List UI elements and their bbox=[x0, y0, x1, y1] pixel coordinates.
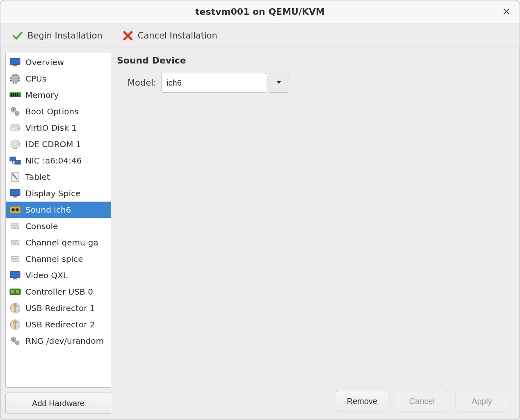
svg-point-64 bbox=[16, 342, 18, 343]
svg-rect-52 bbox=[10, 271, 20, 278]
cancel-button[interactable]: Cancel bbox=[396, 391, 448, 411]
sidebar-item-rng-dev-urandom[interactable]: RNG /dev/urandom bbox=[6, 333, 111, 349]
sidebar-item-label: Controller USB 0 bbox=[25, 287, 93, 297]
cancel-icon bbox=[122, 30, 134, 41]
titlebar: testvm001 on QEMU/KVM bbox=[0, 0, 520, 23]
hardware-sidebar[interactable]: OverviewCPUsMemoryBoot OptionsVirtIO Dis… bbox=[5, 53, 111, 388]
sidebar-item-console[interactable]: Console bbox=[6, 218, 111, 234]
usb-icon bbox=[9, 286, 21, 298]
cancel-installation-button[interactable]: Cancel Installation bbox=[118, 27, 221, 44]
sidebar-item-controller-usb-0[interactable]: Controller USB 0 bbox=[6, 284, 111, 300]
model-label: Model: bbox=[128, 78, 156, 88]
svg-rect-32 bbox=[10, 189, 20, 196]
sidebar-item-channel-spice[interactable]: Channel spice bbox=[6, 251, 111, 267]
memory-icon bbox=[9, 89, 21, 101]
svg-rect-19 bbox=[17, 93, 18, 96]
cdrom-icon bbox=[9, 138, 21, 150]
sidebar-item-label: IDE CDROM 1 bbox=[25, 139, 81, 149]
svg-point-38 bbox=[14, 225, 15, 226]
details-panel: Sound Device Model: Remove Cancel Apply bbox=[117, 53, 515, 420]
model-dropdown-button[interactable] bbox=[269, 73, 289, 93]
sidebar-item-tablet[interactable]: Tablet bbox=[6, 169, 111, 185]
svg-point-44 bbox=[16, 241, 17, 242]
svg-rect-33 bbox=[13, 196, 17, 198]
svg-point-48 bbox=[14, 258, 15, 259]
sidebar-item-overview[interactable]: Overview bbox=[6, 54, 111, 70]
body: OverviewCPUsMemoryBoot OptionsVirtIO Dis… bbox=[0, 48, 520, 420]
sidebar-item-usb-redirector-1[interactable]: USB Redirector 1 bbox=[6, 300, 111, 316]
tablet-icon bbox=[9, 171, 21, 183]
add-hardware-button[interactable]: Add Hardware bbox=[5, 393, 111, 414]
serial-icon bbox=[9, 236, 21, 249]
vm-config-window: testvm001 on QEMU/KVM Begin Installation… bbox=[0, 0, 520, 420]
monitor-icon bbox=[9, 187, 21, 200]
svg-rect-18 bbox=[15, 93, 16, 96]
sidebar-item-label: Channel spice bbox=[25, 254, 83, 264]
svg-point-21 bbox=[13, 109, 14, 111]
sidebar-item-video-qxl[interactable]: Video QXL bbox=[6, 267, 111, 284]
left-column: OverviewCPUsMemoryBoot OptionsVirtIO Dis… bbox=[5, 53, 111, 420]
sidebar-item-label: Sound ich6 bbox=[25, 205, 71, 215]
svg-point-23 bbox=[16, 113, 18, 114]
check-icon bbox=[12, 30, 23, 41]
sidebar-item-label: Boot Options bbox=[25, 107, 79, 116]
chevron-down-icon bbox=[276, 79, 282, 87]
svg-point-35 bbox=[11, 208, 15, 211]
cancel-installation-label: Cancel Installation bbox=[138, 31, 217, 41]
sidebar-item-label: CPUs bbox=[25, 74, 46, 84]
monitor-icon bbox=[9, 269, 21, 282]
sound-icon bbox=[9, 204, 21, 216]
sidebar-item-cpus[interactable]: CPUs bbox=[6, 70, 111, 87]
remove-button[interactable]: Remove bbox=[336, 391, 388, 411]
gears-icon bbox=[9, 335, 21, 347]
window-title: testvm001 on QEMU/KVM bbox=[195, 7, 325, 17]
model-combo bbox=[161, 73, 289, 93]
sidebar-item-label: NIC :a6:04:46 bbox=[25, 156, 82, 166]
sidebar-item-channel-qemu-ga[interactable]: Channel qemu-ga bbox=[6, 234, 111, 251]
usb-redir-icon bbox=[9, 318, 21, 331]
model-input[interactable] bbox=[161, 73, 266, 93]
svg-point-37 bbox=[13, 225, 14, 226]
svg-point-62 bbox=[13, 338, 14, 340]
close-icon bbox=[503, 7, 510, 17]
svg-point-42 bbox=[13, 241, 14, 242]
sidebar-item-virtio-disk-1[interactable]: VirtIO Disk 1 bbox=[6, 120, 111, 136]
footer-buttons: Remove Cancel Apply bbox=[117, 388, 515, 420]
nic-icon bbox=[9, 154, 21, 167]
svg-point-51 bbox=[15, 259, 16, 260]
sidebar-item-label: Display Spice bbox=[25, 188, 80, 198]
sidebar-item-label: Channel qemu-ga bbox=[25, 238, 98, 247]
svg-point-60 bbox=[14, 327, 16, 329]
cpu-icon bbox=[9, 73, 21, 85]
sidebar-item-label: USB Redirector 2 bbox=[25, 320, 95, 329]
sidebar-item-label: Tablet bbox=[25, 172, 50, 182]
svg-point-28 bbox=[14, 143, 16, 145]
svg-point-46 bbox=[15, 243, 16, 244]
sidebar-item-label: Console bbox=[25, 221, 58, 231]
svg-point-49 bbox=[16, 258, 17, 259]
apply-button[interactable]: Apply bbox=[456, 391, 508, 411]
begin-installation-button[interactable]: Begin Installation bbox=[8, 27, 107, 44]
sidebar-item-boot-options[interactable]: Boot Options bbox=[6, 103, 111, 120]
svg-rect-56 bbox=[16, 290, 19, 293]
sidebar-item-usb-redirector-2[interactable]: USB Redirector 2 bbox=[6, 316, 111, 333]
svg-point-47 bbox=[13, 258, 14, 259]
gears-icon bbox=[9, 105, 21, 118]
sidebar-item-sound-ich6[interactable]: Sound ich6 bbox=[6, 202, 111, 218]
svg-rect-53 bbox=[13, 278, 17, 279]
sidebar-item-ide-cdrom-1[interactable]: IDE CDROM 1 bbox=[6, 136, 111, 152]
sidebar-item-label: USB Redirector 1 bbox=[25, 303, 95, 313]
sidebar-item-nic-a6-04-46[interactable]: NIC :a6:04:46 bbox=[6, 152, 111, 169]
svg-rect-25 bbox=[11, 125, 19, 127]
svg-rect-17 bbox=[13, 93, 14, 96]
svg-point-40 bbox=[14, 227, 14, 227]
sidebar-item-label: RNG /dev/urandom bbox=[25, 336, 104, 346]
sidebar-item-display-spice[interactable]: Display Spice bbox=[6, 185, 111, 202]
sidebar-item-memory[interactable]: Memory bbox=[6, 87, 111, 103]
svg-point-45 bbox=[14, 243, 14, 244]
close-button[interactable] bbox=[501, 6, 512, 18]
sidebar-item-label: VirtIO Disk 1 bbox=[25, 123, 77, 133]
usb-redir-icon bbox=[9, 302, 21, 314]
svg-rect-1 bbox=[13, 65, 17, 66]
sidebar-item-label: Video QXL bbox=[25, 270, 68, 280]
